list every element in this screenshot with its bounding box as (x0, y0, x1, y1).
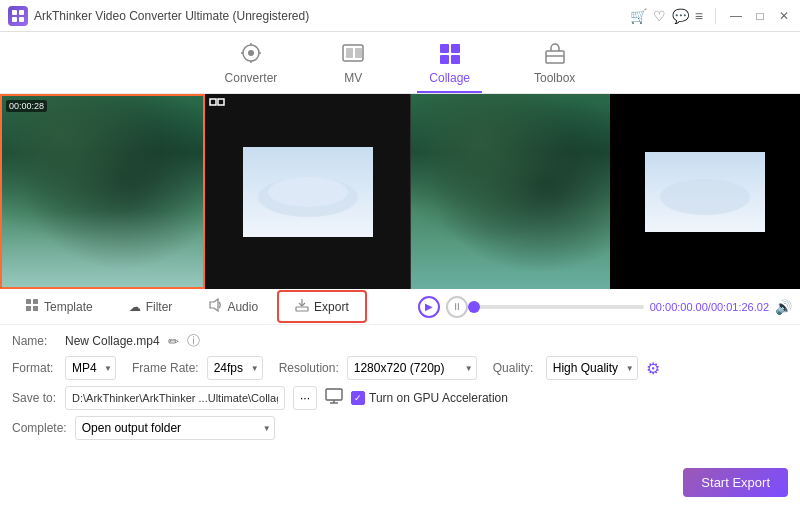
chat-icon[interactable]: 💬 (672, 8, 689, 24)
subtab-template[interactable]: Template (8, 291, 110, 322)
settings-saveto-row: Save to: ··· ✓ Turn on GPU Acceleration (12, 386, 788, 410)
gpu-checkbox[interactable]: ✓ (351, 391, 365, 405)
app-window: ArkThinker Video Converter Ultimate (Unr… (0, 0, 800, 507)
subtab-audio[interactable]: Audio (191, 291, 275, 322)
quality-select[interactable]: High Quality (546, 356, 638, 380)
settings-format-row: Format: MP4 Frame Rate: 24fps Resolution… (12, 356, 788, 380)
framerate-label: Frame Rate: (132, 361, 199, 375)
tab-collage-label: Collage (429, 71, 470, 85)
format-select[interactable]: MP4 (65, 356, 116, 380)
name-value: New Collage.mp4 (65, 334, 160, 348)
app-title: ArkThinker Video Converter Ultimate (Unr… (34, 9, 309, 23)
settings-name-row: Name: New Collage.mp4 ✏ ⓘ (12, 332, 788, 350)
svg-rect-0 (12, 10, 17, 15)
titlebar: ArkThinker Video Converter Ultimate (Unr… (0, 0, 800, 32)
tab-mv-label: MV (344, 71, 362, 85)
tab-mv[interactable]: MV (329, 38, 377, 93)
collage-right-panel[interactable] (205, 94, 410, 289)
gpu-acceleration-label[interactable]: ✓ Turn on GPU Acceleration (351, 391, 508, 405)
svg-point-25 (660, 179, 750, 215)
minimize-button[interactable]: — (728, 8, 744, 24)
complete-select-wrapper: Open output folder (75, 416, 275, 440)
subtab-export[interactable]: Export (277, 290, 367, 323)
app-icon (8, 6, 28, 26)
browse-button[interactable]: ··· (293, 386, 317, 410)
svg-rect-28 (26, 306, 31, 311)
quality-gear-icon[interactable]: ⚙ (646, 359, 660, 378)
svg-rect-29 (33, 306, 38, 311)
nav-tabs: Converter MV Collage (0, 32, 800, 94)
close-button[interactable]: ✕ (776, 8, 792, 24)
titlebar-left: ArkThinker Video Converter Ultimate (Unr… (8, 6, 309, 26)
svg-rect-3 (19, 17, 24, 22)
export-icon (295, 298, 309, 315)
saveto-label: Save to: (12, 391, 57, 405)
svg-rect-2 (12, 17, 17, 22)
subtab-filter-label: Filter (146, 300, 173, 314)
svg-rect-20 (218, 99, 224, 105)
collage-area: 00:00:28 (0, 94, 410, 289)
tab-converter[interactable]: Converter (213, 38, 290, 93)
complete-select[interactable]: Open output folder (75, 416, 275, 440)
grid-layout-icon (209, 98, 225, 116)
svg-rect-16 (451, 55, 460, 64)
fav-icon[interactable]: ♡ (653, 8, 666, 24)
preview-ocean-bg (411, 94, 610, 289)
sub-tab-row: Template ☁ Filter Audio (0, 289, 800, 325)
time-display: 00:00:00.00/00:01:26.02 (650, 301, 769, 313)
svg-rect-1 (19, 10, 24, 15)
tab-converter-label: Converter (225, 71, 278, 85)
tab-toolbox-label: Toolbox (534, 71, 575, 85)
saveto-path-input[interactable] (65, 386, 285, 410)
info-icon[interactable]: ⓘ (187, 332, 200, 350)
quality-label: Quality: (493, 361, 538, 375)
preview-thumb (645, 152, 765, 232)
progress-bar[interactable] (474, 305, 644, 309)
svg-rect-14 (451, 44, 460, 53)
titlebar-icons: 🛒 ♡ 💬 ≡ (630, 8, 703, 24)
svg-marker-30 (210, 299, 218, 311)
cart-icon[interactable]: 🛒 (630, 8, 647, 24)
collage-icon (438, 42, 462, 67)
video-timestamp: 00:00:28 (6, 100, 47, 112)
monitor-icon[interactable] (325, 388, 343, 408)
svg-rect-27 (33, 299, 38, 304)
resolution-select[interactable]: 1280x720 (720p) (347, 356, 477, 380)
preview-area (411, 94, 800, 289)
filter-icon: ☁ (129, 300, 141, 314)
template-icon (25, 298, 39, 315)
svg-rect-13 (440, 44, 449, 53)
resolution-label: Resolution: (279, 361, 339, 375)
format-label: Format: (12, 361, 57, 375)
preview-right-panel (610, 94, 800, 289)
titlebar-controls: 🛒 ♡ 💬 ≡ — □ ✕ (630, 8, 792, 24)
svg-point-23 (268, 177, 348, 207)
right-video-thumb (243, 147, 373, 237)
subtab-template-label: Template (44, 300, 93, 314)
settings-complete-row: Complete: Open output folder (12, 416, 788, 440)
tab-collage[interactable]: Collage (417, 38, 482, 93)
complete-label: Complete: (12, 421, 67, 435)
pause-button[interactable]: ⏸ (446, 296, 468, 318)
tab-toolbox[interactable]: Toolbox (522, 38, 587, 93)
subtab-audio-label: Audio (227, 300, 258, 314)
name-label: Name: (12, 334, 57, 348)
player-controls: ▶ ⏸ 00:00:00.00/00:01:26.02 🔊 (410, 296, 800, 318)
play-button[interactable]: ▶ (418, 296, 440, 318)
framerate-select-wrapper: 24fps (207, 356, 263, 380)
framerate-select[interactable]: 24fps (207, 356, 263, 380)
volume-icon[interactable]: 🔊 (775, 299, 792, 315)
maximize-button[interactable]: □ (752, 8, 768, 24)
subtab-filter[interactable]: ☁ Filter (112, 293, 190, 321)
svg-rect-15 (440, 55, 449, 64)
mv-icon (341, 42, 365, 67)
start-export-button[interactable]: Start Export (683, 468, 788, 497)
collage-left-panel[interactable]: 00:00:28 (0, 94, 205, 289)
left-video-bg (2, 96, 203, 287)
edit-icon[interactable]: ✏ (168, 334, 179, 349)
svg-rect-33 (326, 389, 342, 400)
progress-thumb (468, 301, 480, 313)
menu-icon[interactable]: ≡ (695, 8, 703, 24)
quality-select-wrapper: High Quality (546, 356, 638, 380)
bottom-section: Name: New Collage.mp4 ✏ ⓘ Format: MP4 Fr… (0, 325, 800, 507)
